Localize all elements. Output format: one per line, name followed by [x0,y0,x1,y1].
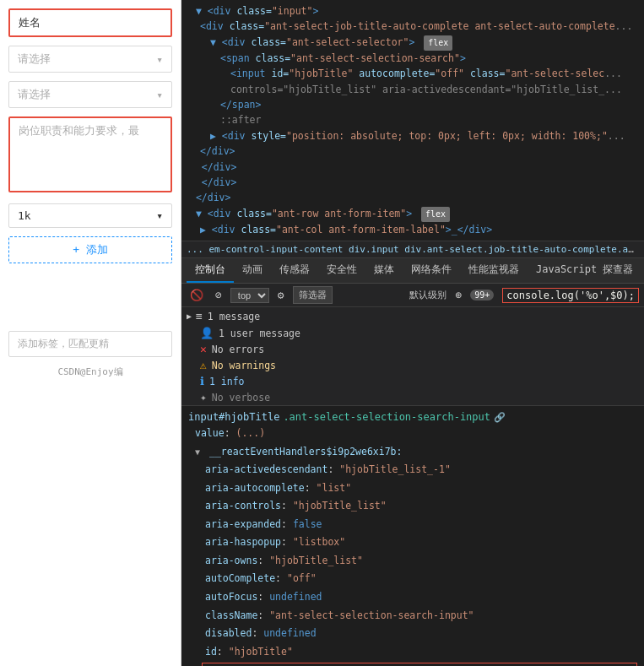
prop-aria-expanded[interactable]: aria-expanded: false [181,516,644,534]
html-line-10[interactable]: </div> [187,143,639,159]
select1-label: 请选择 [18,51,51,67]
add-button[interactable]: + 添加 [8,236,172,263]
val-aria-owns: "hjobTitle_list" [269,555,363,566]
info-icon: ℹ [200,375,204,387]
settings-icon[interactable]: ⚙ [274,287,288,303]
breadcrumb: ... em-control-input-content div.input d… [181,241,644,258]
html-line-7[interactable]: </span> [187,97,639,112]
group-expand-icon: ▶ [187,311,192,321]
msg-warning-text: No warnings [212,360,276,371]
tag-input-container: 添加标签，匹配更精 [8,331,172,357]
html-line-6[interactable]: controls="hjobTitle_list" aria-activedes… [187,82,639,97]
val-value: (...) [235,427,265,439]
tab-console[interactable]: 控制台 [187,258,234,283]
msg-error[interactable]: ✕ No errors [181,341,644,357]
job-description-textarea[interactable]: 岗位职责和能力要求，最 [8,116,172,192]
prop-aria-activedescendant[interactable]: aria-activedescendant: "hjobTitle_list_-… [181,461,644,479]
select2-arrow-icon: ▾ [156,89,163,101]
prop-element-id: input#hjobTitle [188,411,279,423]
html-line-1[interactable]: ▼ <div class="input"> [187,3,639,19]
error-icon: ✕ [200,343,207,355]
msg-info[interactable]: ℹ 1 info [181,373,644,389]
html-line-12[interactable]: </div> [187,175,639,190]
left-panel: 姓名 请选择 ▾ 请选择 ▾ 岗位职责和能力要求，最 1k ▾ + 添加 添加标… [0,0,181,666]
html-line-9[interactable]: ▶ <div style="position: absolute; top: 0… [187,128,639,143]
prop-aria-haspopup[interactable]: aria-haspopup: "listbox" [181,533,644,552]
prop-value[interactable]: value: (...) [181,425,644,443]
html-line-4[interactable]: <span class="ant-select-selection-search… [187,51,639,66]
val-id: "hjobTitle" [229,646,293,658]
tab-network[interactable]: 网络条件 [403,258,460,283]
msg-warning[interactable]: ⚠ No warnings [181,357,644,373]
add-button-container: + 添加 [8,236,172,263]
html-line-3[interactable]: ▼ <div class="ant-select-selector"> flex [187,35,639,51]
tab-javascript[interactable]: JavaScript 探查器 [528,258,641,283]
prop-aria-autocomplete[interactable]: aria-autocomplete: "list" [181,479,644,498]
tab-performance[interactable]: 性能监视器 [460,258,528,283]
select2-label: 请选择 [18,87,51,102]
number-input[interactable]: 1k ▾ [8,203,172,228]
msg-info-text: 1 info [209,376,245,387]
val-disabled: undefined [263,627,316,639]
msg-verbose[interactable]: ✦ No verbose [181,389,644,405]
spacer [8,272,172,322]
prop-element-cls: .ant-select-selection-search-input [283,411,490,423]
prop-aria-controls[interactable]: aria-controls: "hjobTitle_list" [181,497,644,516]
html-line-11[interactable]: </div> [187,160,639,175]
highlighted-events-group: ▶ onChange: f (e) ▶ onKeyDown: f (e) ▶ o… [202,663,637,666]
html-line-15[interactable]: ▶ <div class="ant-col ant-form-item-labe… [187,222,639,237]
html-line-5[interactable]: <input id="hjobTitle" autocomplete="off"… [187,66,639,81]
console-input-display[interactable]: console.log('%o',$0); [506,290,635,301]
key-aria-haspopup: aria-haspopup [205,536,281,548]
prop-autocomplete[interactable]: autoComplete: "off" [181,570,644,588]
devtools-tabs: 控制台 动画 传感器 安全性 媒体 网络条件 性能监视器 JavaScript … [181,258,644,284]
select2-container: 请选择 ▾ [8,81,172,108]
tag-placeholder: 添加标签，匹配更精 [18,337,109,351]
prop-react-handlers-header[interactable]: ▼ __reactEventHandlers$i9p2we6xi7b: [181,443,644,462]
properties-section: input#hjobTitle.ant-select-selection-sea… [181,406,644,666]
expand-icon[interactable]: ⊕ [452,287,465,303]
html-line-14[interactable]: ▼ <div class="ant-row ant-form-item"> fl… [187,206,639,222]
console-group-header[interactable]: ▶ ≡ 1 message [181,307,644,325]
key-handlers: __reactEventHandlers$i9p2we6xi7b: [209,446,402,458]
list-icon: ≡ [196,310,203,322]
name-input[interactable]: 姓名 [8,8,172,37]
console-toolbar: 🚫 ⊘ top ⚙ 筛选器 默认级别 ⊕ 99+ console.log('%o… [181,284,644,307]
key-disabled: disabled [205,627,252,639]
msg-user[interactable]: 👤 1 user message [181,325,644,341]
clear-icon[interactable]: 🚫 [187,287,207,303]
default-level-label: 默认级别 [409,289,446,301]
verbose-icon: ✦ [200,391,207,403]
msg-error-text: No errors [212,344,264,355]
prop-id[interactable]: id: "hjobTitle" [181,643,644,662]
select1[interactable]: 请选择 ▾ [8,46,172,73]
name-input-container: 姓名 [8,8,172,37]
prop-element-header[interactable]: input#hjobTitle.ant-select-selection-sea… [181,409,644,425]
filter-icon[interactable]: ⊘ [212,287,225,303]
expand-handlers-icon: ▼ [195,447,200,457]
filter-button[interactable]: 筛选器 [293,286,333,304]
prop-autofocus[interactable]: autoFocus: undefined [181,588,644,607]
breadcrumb-text: ... em-control-input-content div.input d… [187,244,644,255]
html-line-2[interactable]: <div class="ant-select-job-title-auto-co… [187,19,639,34]
level-select[interactable]: top [230,288,269,303]
prop-aria-owns[interactable]: aria-owns: "hjobTitle_list" [181,552,644,571]
tab-sensors[interactable]: 传感器 [271,258,318,283]
val-autofocus: undefined [269,591,322,603]
val-aria-expanded: false [293,518,322,530]
bottom-hint: CSDN@Enjoy编 [8,365,172,378]
tab-media[interactable]: 媒体 [365,258,403,283]
devtools-panel: ▼ <div class="input"> <div class="ant-se… [181,0,644,666]
select2[interactable]: 请选择 ▾ [8,81,172,108]
number-input-container: 1k ▾ [8,203,172,228]
tag-input[interactable]: 添加标签，匹配更精 [8,331,172,357]
key-aria-owns: aria-owns [205,555,257,566]
group-label: 1 message [208,311,260,322]
tab-security[interactable]: 安全性 [318,258,365,283]
number-arrow-icon: ▾ [156,209,163,222]
prop-disabled[interactable]: disabled: undefined [181,625,644,643]
html-line-8[interactable]: ::after [187,112,639,127]
prop-classname[interactable]: className: "ant-select-selection-search-… [181,607,644,625]
html-line-13[interactable]: </div> [187,190,639,205]
tab-animation[interactable]: 动画 [234,258,271,283]
